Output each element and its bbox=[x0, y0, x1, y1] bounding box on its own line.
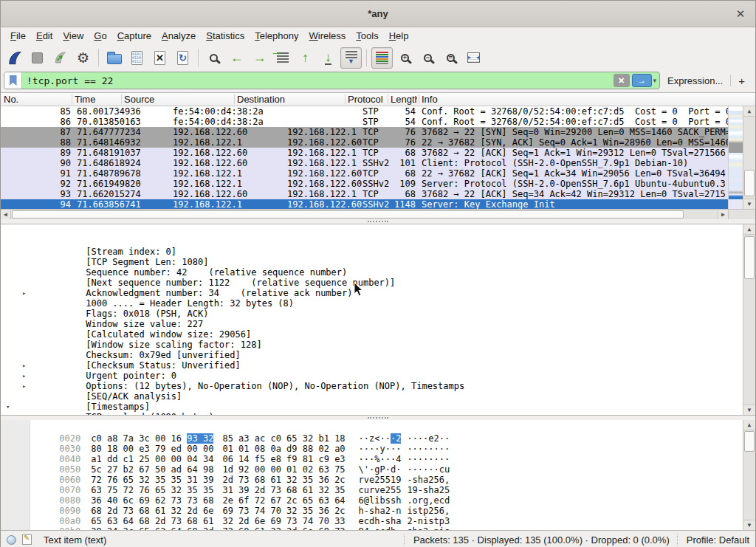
detail-row[interactable]: 1000 .... = Header Length: 32 bytes (8) bbox=[1, 278, 743, 288]
detail-row[interactable]: [Next sequence number: 1122 (relative se… bbox=[1, 257, 743, 267]
menu-capture[interactable]: Capture bbox=[112, 29, 157, 43]
zoom-in-button[interactable]: + bbox=[394, 47, 416, 69]
find-packet-button[interactable] bbox=[203, 47, 224, 69]
hex-row[interactable]: 009068 2d 73 68 61 32 2d 6e69 73 74 70 3… bbox=[1, 495, 743, 506]
reload-file-button[interactable]: ↻ bbox=[172, 47, 193, 69]
goto-packet-button[interactable]: → bbox=[272, 47, 293, 69]
filter-bookmark-button[interactable] bbox=[4, 72, 22, 89]
profile-label[interactable]: Profile: Default bbox=[677, 534, 749, 546]
last-packet-button[interactable]: ↓ bbox=[317, 47, 339, 69]
resize-columns-button[interactable] bbox=[463, 47, 484, 69]
expand-arrow-icon[interactable]: ▸ bbox=[22, 360, 26, 371]
menu-analyze[interactable]: Analyze bbox=[157, 29, 201, 43]
expression-button[interactable]: Expression... bbox=[664, 75, 726, 86]
scroll-up-arrow[interactable]: ▲ bbox=[743, 106, 755, 117]
hex-row[interactable]: 008036 40 6c 69 62 73 73 682e 6f 72 67 2… bbox=[1, 485, 743, 495]
packet-list-vscrollbar[interactable]: ▲ ▼ bbox=[743, 106, 755, 209]
menu-wireless[interactable]: Wireless bbox=[304, 29, 351, 43]
packet-row[interactable]: 90 71.648618924 192.168.122.60 192.168.1… bbox=[1, 158, 728, 168]
packet-row[interactable]: 86 70.013850163 fe:54:00:d4:38:2a STP 54… bbox=[1, 117, 728, 127]
menu-help[interactable]: Help bbox=[384, 29, 414, 43]
expand-arrow-icon[interactable]: ▸ bbox=[22, 288, 26, 298]
detail-row[interactable]: [Checksum Status: Unverified] bbox=[1, 340, 743, 350]
packet-row[interactable]: 87 71.647777234 192.168.122.60 192.168.1… bbox=[1, 127, 728, 137]
packet-row[interactable]: 93 71.662015274 192.168.122.60 192.168.1… bbox=[1, 189, 728, 199]
expand-arrow-icon[interactable]: ▸ bbox=[19, 412, 23, 415]
hex-row[interactable]: 007063 75 72 76 65 32 35 3531 39 2d 73 6… bbox=[1, 475, 743, 485]
detail-row[interactable]: ▸ Flags: 0x018 (PSH, ACK) bbox=[1, 288, 743, 298]
previous-packet-button[interactable]: ← bbox=[226, 47, 247, 69]
packet-row[interactable]: 94 71.663856741 192.168.122.1 192.168.12… bbox=[1, 199, 728, 209]
detail-row[interactable]: ▸ [Timestamps] bbox=[1, 381, 743, 391]
packet-list-hscrollbar[interactable]: ◀ ▶ bbox=[1, 209, 728, 219]
scroll-down-arrow[interactable]: ▼ bbox=[743, 199, 755, 209]
menu-edit[interactable]: Edit bbox=[31, 29, 58, 43]
packet-row[interactable]: 88 71.648146932 192.168.122.1 192.168.12… bbox=[1, 137, 728, 148]
scroll-thumb[interactable] bbox=[744, 170, 755, 196]
detail-row[interactable]: [Stream index: 0] bbox=[1, 226, 743, 236]
hex-row[interactable]: 0020c0 a8 7a 3c 00 16 93 3285 a3 ac c0 6… bbox=[1, 423, 743, 433]
expand-arrow-icon[interactable]: ▸ bbox=[22, 381, 26, 391]
scroll-thumb[interactable] bbox=[744, 236, 755, 279]
scroll-up-arrow[interactable]: ▲ bbox=[743, 224, 755, 235]
scroll-thumb[interactable] bbox=[12, 210, 684, 219]
scroll-left-arrow[interactable]: ◀ bbox=[1, 210, 11, 219]
save-file-button[interactable]: 0101 0110 0111 bbox=[126, 47, 148, 69]
next-packet-button[interactable]: → bbox=[249, 47, 270, 69]
capture-comment-icon[interactable] bbox=[22, 534, 32, 545]
column-header-protocol[interactable]: Protocol bbox=[348, 94, 383, 105]
detail-row[interactable]: Checksum: 0x79ed [unverified] bbox=[1, 329, 743, 340]
menu-statistics[interactable]: Statistics bbox=[201, 29, 250, 43]
scroll-down-arrow[interactable]: ▼ bbox=[743, 405, 755, 415]
details-vscrollbar[interactable]: ▲ ▼ bbox=[743, 224, 755, 415]
hex-row[interactable]: 006072 76 65 32 35 35 31 392d 73 68 61 3… bbox=[1, 464, 743, 475]
expert-info-icon[interactable] bbox=[7, 535, 16, 545]
scroll-right-arrow[interactable]: ▶ bbox=[718, 210, 728, 219]
first-packet-button[interactable]: ↑ bbox=[295, 47, 316, 69]
intelligent-scrollbar-minimap[interactable] bbox=[728, 106, 743, 209]
open-file-button[interactable] bbox=[103, 47, 125, 69]
detail-row[interactable]: ▸ [SEQ/ACK analysis] bbox=[1, 371, 743, 381]
auto-scroll-button[interactable]: ▼ bbox=[340, 47, 362, 69]
detail-row[interactable]: ▸ SSH Version 2 (encryption:chacha20-pol… bbox=[1, 412, 743, 415]
detail-row[interactable]: [TCP Segment Len: 1080] bbox=[1, 236, 743, 247]
scroll-up-arrow[interactable]: ▲ bbox=[743, 420, 755, 430]
hex-row[interactable]: 00b038 34 2c 65 63 64 68 2d73 68 61 32 2… bbox=[1, 516, 743, 526]
column-header-time[interactable]: Time bbox=[75, 94, 95, 105]
close-file-button[interactable]: ✕ bbox=[149, 47, 171, 69]
restart-capture-button[interactable] bbox=[49, 47, 71, 69]
menu-file[interactable]: File bbox=[5, 29, 31, 43]
scroll-down-arrow[interactable]: ▼ bbox=[743, 520, 755, 530]
filter-history-caret[interactable]: ▾ bbox=[652, 77, 660, 84]
menu-go[interactable]: Go bbox=[89, 29, 111, 43]
column-header-length[interactable]: Length bbox=[391, 94, 417, 105]
capture-options-button[interactable]: ⚙ bbox=[72, 47, 94, 69]
start-capture-button[interactable] bbox=[4, 47, 25, 69]
detail-row[interactable]: TCP payload (1080 bytes) bbox=[1, 391, 743, 402]
hex-row[interactable]: 003080 18 00 e3 79 ed 00 0001 01 08 0a d… bbox=[1, 433, 743, 444]
packet-row[interactable]: 91 71.648789678 192.168.122.1 192.168.12… bbox=[1, 168, 728, 179]
menu-view[interactable]: View bbox=[58, 29, 89, 43]
column-header-no[interactable]: No. bbox=[4, 94, 18, 105]
hex-row[interactable]: 0040a1 dd c1 25 00 00 04 3406 14 f5 e8 f… bbox=[1, 444, 743, 454]
add-filter-button[interactable]: + bbox=[735, 75, 751, 87]
detail-row[interactable]: Urgent pointer: 0 bbox=[1, 350, 743, 360]
packet-row[interactable]: 92 71.661949820 192.168.122.1 192.168.12… bbox=[1, 179, 728, 189]
detail-row[interactable]: [Window size scaling factor: 128] bbox=[1, 319, 743, 329]
zoom-out-button[interactable]: − bbox=[417, 47, 439, 69]
detail-row[interactable]: Sequence number: 42 (relative sequence n… bbox=[1, 247, 743, 257]
colorize-button[interactable] bbox=[371, 47, 393, 69]
detail-row[interactable]: ▸ Options: (12 bytes), No-Operation (NOP… bbox=[1, 360, 743, 371]
column-header-destination[interactable]: Destination bbox=[237, 94, 285, 105]
column-header-source[interactable]: Source bbox=[124, 94, 154, 105]
zoom-reset-button[interactable]: = bbox=[440, 47, 461, 69]
expand-arrow-icon[interactable]: ▾ bbox=[6, 402, 10, 412]
expand-arrow-icon[interactable]: ▸ bbox=[22, 371, 26, 381]
menu-tools[interactable]: Tools bbox=[351, 29, 383, 43]
packet-row[interactable]: 89 71.648191037 192.168.122.60 192.168.1… bbox=[1, 148, 728, 158]
filter-apply-button[interactable]: → bbox=[632, 74, 652, 87]
stop-capture-button[interactable] bbox=[27, 47, 48, 69]
display-filter-input[interactable] bbox=[22, 75, 614, 86]
detail-row[interactable]: ▾ SSH Protocol bbox=[1, 402, 743, 412]
hex-row[interactable]: 00505c 27 b2 67 50 ad 64 981d 92 00 00 0… bbox=[1, 454, 743, 464]
